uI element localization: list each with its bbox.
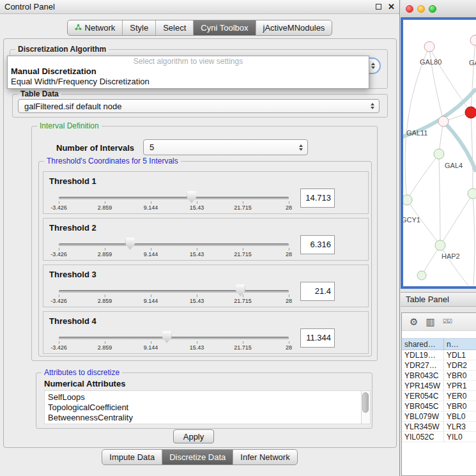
tab-jactivemnodules[interactable]: jActiveMNodules xyxy=(256,20,332,35)
algorithm-option-equal-width-frequency-discretization[interactable]: Equal Width/Frequency Discretization xyxy=(8,77,369,87)
slider-tick xyxy=(289,248,289,250)
attribute-item[interactable]: SelfLoops xyxy=(48,392,361,403)
slider-track[interactable] xyxy=(59,243,289,246)
algorithm-option-manual-discretization[interactable]: Manual Discretization xyxy=(8,66,369,77)
gear-icon[interactable]: ⚙ xyxy=(410,317,418,326)
threshold-1-slider[interactable]: -3.4262.8599.14415.4321.71528 xyxy=(59,191,289,213)
attributes-legend: Attributes to discretize xyxy=(42,368,122,377)
attribute-item[interactable]: TopologicalCoefficient xyxy=(48,403,361,413)
apply-button[interactable]: Apply xyxy=(173,429,214,443)
slider-tick xyxy=(197,248,197,250)
number-of-intervals-select[interactable]: 5 xyxy=(143,139,308,155)
table-row[interactable]: YPR145WYPR1 xyxy=(402,381,476,391)
column-header-2[interactable]: n… xyxy=(444,339,476,349)
slider-tick-label: 9.144 xyxy=(144,204,158,211)
threshold-2-value-field[interactable]: 6.316 xyxy=(300,235,335,254)
table-row[interactable]: YBR045CYBR0 xyxy=(402,401,476,411)
slider-thumb[interactable] xyxy=(236,284,245,296)
slider-tick-label: -3.426 xyxy=(50,251,67,257)
table-cell: YPR1 xyxy=(444,381,476,390)
network-node[interactable] xyxy=(470,35,476,45)
network-edge[interactable] xyxy=(471,112,473,194)
network-node[interactable] xyxy=(438,116,449,127)
thresholds-legend: Threshold's Coordinates for 5 Intervals xyxy=(44,157,181,165)
tab-style[interactable]: Style xyxy=(122,20,155,35)
tab-network[interactable]: Network xyxy=(68,20,123,35)
network-node-label: HAP2 xyxy=(441,252,460,260)
network-edge[interactable] xyxy=(440,194,473,245)
slider-tick-label: 15.43 xyxy=(190,298,204,304)
tab-discretize-data[interactable]: Discretize Data xyxy=(162,450,233,464)
table-row[interactable]: YLR345WYLR3 xyxy=(402,422,476,432)
table-row[interactable]: YDR27…YDR2 xyxy=(402,360,476,371)
network-edge[interactable] xyxy=(471,40,475,112)
tab-label: Network xyxy=(85,23,116,33)
float-window-icon[interactable] xyxy=(376,4,381,10)
list-scrollbar[interactable] xyxy=(361,391,370,424)
network-node[interactable] xyxy=(435,240,445,250)
algorithm-placeholder-option[interactable]: Select algorithm to view settings xyxy=(8,57,369,66)
slider-track[interactable] xyxy=(59,197,289,199)
tab-select[interactable]: Select xyxy=(155,20,193,35)
network-edge[interactable] xyxy=(473,194,475,286)
table-row[interactable]: YIL052CYIL0 xyxy=(402,432,476,442)
slider-thumb[interactable] xyxy=(162,331,172,343)
network-node-selected[interactable] xyxy=(465,107,476,118)
scrollbar-thumb[interactable] xyxy=(362,392,369,413)
threshold-1-label: Threshold 1 xyxy=(49,176,96,186)
threshold-4-value-field[interactable]: 11.344 xyxy=(300,328,335,348)
network-node-label: GAL1 xyxy=(469,59,476,66)
network-node[interactable] xyxy=(403,195,412,205)
slider-tick xyxy=(59,341,59,344)
network-node[interactable] xyxy=(468,188,476,199)
threshold-3-slider[interactable]: -3.4262.8599.14415.4321.71528 xyxy=(59,284,289,306)
table-row[interactable]: YDL19…YDL1 xyxy=(402,350,476,360)
table-cell: YBR0 xyxy=(444,371,476,380)
table-cell: YPR145W xyxy=(402,381,444,390)
slider-track[interactable] xyxy=(59,337,289,339)
slider-thumb[interactable] xyxy=(187,191,196,203)
network-edge[interactable] xyxy=(405,47,429,200)
table-cell: YDR2 xyxy=(444,360,476,370)
network-canvas[interactable]: GAL80GAL1GAL11GAL4GCY1HAP2 xyxy=(401,17,476,289)
top-tab-bar: NetworkStyleSelectCyni ToolboxjActiveMNo… xyxy=(0,20,399,36)
close-icon[interactable]: ✕ xyxy=(388,3,395,11)
tab-impute-data[interactable]: Impute Data xyxy=(102,450,162,464)
slider-thumb[interactable] xyxy=(125,238,135,250)
column-header-1[interactable]: shared… xyxy=(402,339,444,349)
table-row[interactable]: YBR043CYBR0 xyxy=(402,371,476,381)
network-node[interactable] xyxy=(424,42,434,52)
slider-tick xyxy=(243,248,243,250)
attribute-item[interactable]: BetweennessCentrality xyxy=(48,413,361,423)
tab-infer-network[interactable]: Infer Network xyxy=(233,450,296,464)
network-edge[interactable] xyxy=(407,154,439,200)
threshold-3-label: Threshold 3 xyxy=(49,270,96,279)
table-cell: YBL079W xyxy=(402,411,444,421)
table-data-select[interactable]: galFiltered.sif default node xyxy=(18,99,380,113)
slider-tick-label: 2.859 xyxy=(98,204,112,211)
slider-tick xyxy=(289,341,289,344)
table-cell: YBR0 xyxy=(444,401,476,411)
threshold-2-slider[interactable]: -3.4262.8599.14415.4321.71528 xyxy=(59,238,289,259)
network-node[interactable] xyxy=(417,271,426,280)
network-edge[interactable] xyxy=(440,245,468,286)
table-row[interactable]: YER054CYER0 xyxy=(402,391,476,401)
zoom-traffic-light-icon[interactable] xyxy=(429,5,436,13)
select-rows-icon[interactable]: ☑☑ xyxy=(443,319,452,325)
close-traffic-light-icon[interactable] xyxy=(406,5,413,13)
table-cell: YDR27… xyxy=(402,360,444,370)
threshold-1-value-field[interactable]: 14.713 xyxy=(300,188,335,208)
network-edge[interactable] xyxy=(439,154,440,245)
tab-cyni-toolbox[interactable]: Cyni Toolbox xyxy=(193,20,255,35)
threshold-4-slider[interactable]: -3.4262.8599.14415.4321.71528 xyxy=(59,331,289,353)
tab-label: Impute Data xyxy=(109,452,155,462)
table-cell: YER0 xyxy=(444,391,476,401)
columns-icon[interactable]: ▥ xyxy=(426,317,434,326)
slider-track[interactable] xyxy=(59,290,289,293)
network-node[interactable] xyxy=(434,149,444,159)
table-row[interactable]: YBL079WYBL0 xyxy=(402,411,476,422)
slider-tick xyxy=(59,248,59,250)
minimize-traffic-light-icon[interactable] xyxy=(417,5,425,13)
threshold-3-value-field[interactable]: 21.4 xyxy=(300,282,335,301)
slider-tick-label: 9.144 xyxy=(144,344,158,351)
